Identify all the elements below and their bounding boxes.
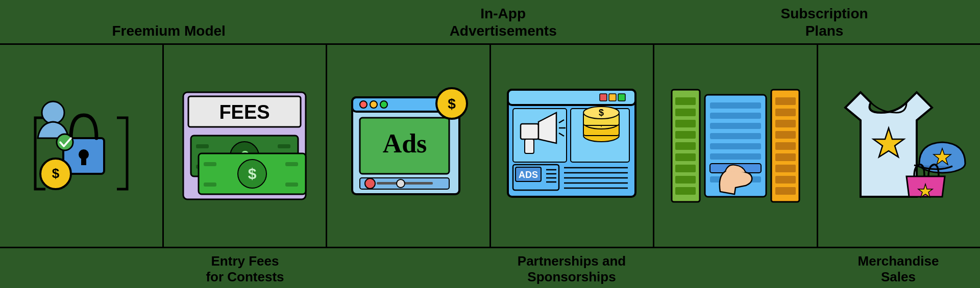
svg-rect-21 <box>204 182 216 187</box>
svg-rect-84 <box>710 143 761 149</box>
svg-rect-89 <box>775 97 796 105</box>
svg-text:$: $ <box>248 165 257 182</box>
merchandise-icon <box>823 50 975 241</box>
svg-point-34 <box>397 179 405 188</box>
svg-rect-75 <box>675 153 696 161</box>
entry-fees-bottom-label: Entry Feesfor Contests <box>163 253 327 285</box>
merchandise-card <box>818 45 981 246</box>
in-app-ads-top-label: In-AppAdvertisements <box>445 5 562 39</box>
bottom-labels-row: Entry Feesfor Contests Partnerships andS… <box>0 248 980 288</box>
svg-text:ADS: ADS <box>519 170 538 180</box>
subscription-bottom-label <box>653 253 817 285</box>
svg-rect-71 <box>675 109 696 116</box>
svg-rect-15 <box>278 144 290 148</box>
entry-fees-card: FEES € $ <box>164 45 328 246</box>
svg-text:$: $ <box>599 108 604 118</box>
subscription-plans-card <box>654 45 818 246</box>
svg-point-6 <box>57 134 73 150</box>
partnerships-bottom-label: Partnerships andSponsorships <box>490 253 653 285</box>
svg-rect-22 <box>285 162 298 166</box>
svg-rect-94 <box>775 153 796 161</box>
svg-rect-90 <box>775 109 796 116</box>
subscription-icon <box>659 50 812 241</box>
in-app-ads-icon: Ads $ <box>332 50 484 241</box>
svg-rect-2 <box>81 156 86 165</box>
merchandise-bottom-label: MerchandiseSales <box>817 253 980 285</box>
svg-rect-95 <box>775 165 796 172</box>
svg-rect-81 <box>710 113 761 119</box>
svg-rect-80 <box>710 102 761 109</box>
in-app-ads-card: Ads $ <box>327 45 491 246</box>
svg-text:FEES: FEES <box>219 101 270 123</box>
svg-rect-41 <box>618 94 625 101</box>
freemium-model-top-label: Freemium Model <box>107 22 230 40</box>
subscription-plans-top-label: SubscriptionPlans <box>775 5 873 39</box>
svg-rect-77 <box>675 176 696 184</box>
svg-rect-78 <box>675 187 696 195</box>
svg-rect-76 <box>675 165 696 172</box>
svg-rect-23 <box>285 182 298 187</box>
cards-row: $ FEES <box>0 43 980 248</box>
svg-rect-45 <box>525 139 534 153</box>
svg-point-26 <box>360 101 367 108</box>
in-app-ads-bottom-label <box>327 253 490 285</box>
partnerships-card: $ $ ADS <box>491 45 655 246</box>
svg-rect-40 <box>609 94 616 101</box>
svg-rect-13 <box>196 144 209 148</box>
svg-rect-83 <box>710 133 761 139</box>
svg-point-5 <box>42 101 64 124</box>
svg-rect-70 <box>675 97 696 105</box>
top-labels-row: Freemium Model In-AppAdvertisements Subs… <box>0 0 980 43</box>
svg-rect-43 <box>521 124 538 139</box>
entry-fees-icon: FEES € $ <box>169 50 321 241</box>
partnerships-icon: $ $ ADS <box>496 50 648 241</box>
svg-rect-72 <box>675 120 696 127</box>
svg-text:Ads: Ads <box>382 129 427 158</box>
svg-rect-97 <box>775 187 796 195</box>
svg-rect-91 <box>775 120 796 127</box>
svg-rect-39 <box>600 94 607 101</box>
svg-rect-93 <box>775 142 796 150</box>
svg-point-32 <box>365 178 375 189</box>
svg-rect-96 <box>775 176 796 184</box>
svg-rect-20 <box>204 162 216 166</box>
main-container: Freemium Model In-AppAdvertisements Subs… <box>0 0 980 288</box>
svg-rect-74 <box>675 142 696 150</box>
svg-point-28 <box>380 101 387 108</box>
svg-text:$: $ <box>52 166 60 181</box>
svg-rect-92 <box>775 131 796 139</box>
freemium-icon: $ <box>5 50 157 241</box>
svg-rect-82 <box>710 123 761 129</box>
freemium-model-card: $ <box>0 45 164 246</box>
svg-text:$: $ <box>448 96 456 112</box>
freemium-bottom-label <box>0 253 163 285</box>
svg-rect-73 <box>675 131 696 139</box>
svg-rect-85 <box>710 153 761 160</box>
svg-point-27 <box>370 101 377 108</box>
